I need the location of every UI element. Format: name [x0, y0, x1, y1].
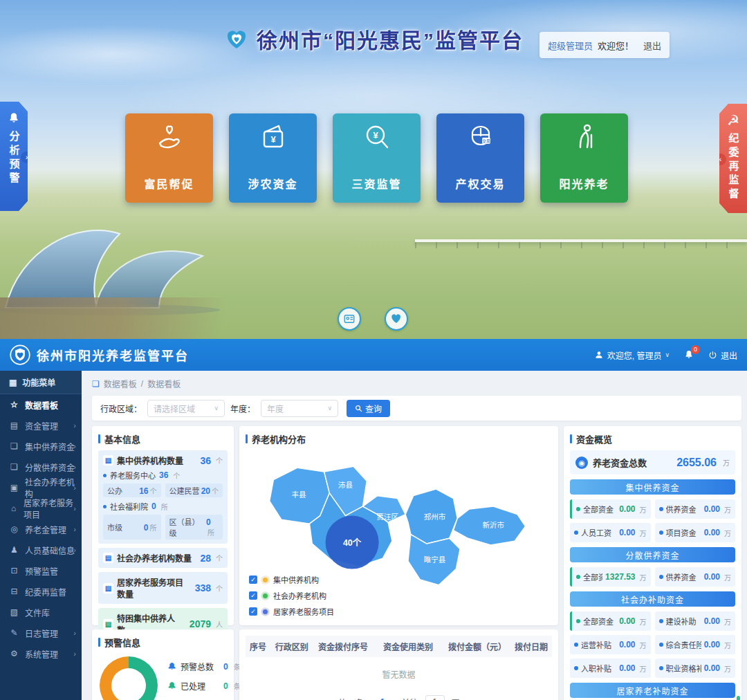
- sidebar-item-pension-management[interactable]: ◎ 养老金管理 ›: [0, 519, 82, 540]
- district-label: 新沂市: [482, 521, 504, 529]
- stat-unit: 个: [216, 455, 223, 466]
- sidebar-item-data-board[interactable]: ☆ 数据看板: [0, 394, 82, 415]
- stat-value: 0: [223, 662, 228, 672]
- sidebar-item-system-management[interactable]: ⚙ 系统管理 ›: [0, 643, 82, 664]
- column-header: 资金使用类别: [379, 636, 444, 657]
- stat-label: 预警总数: [181, 661, 219, 672]
- sidebar-item-file-library[interactable]: ▧ 文件库: [0, 602, 82, 623]
- discipline-supervision-tab[interactable]: ☭ 纪委再监督 ‹: [719, 104, 747, 213]
- marker-dot: [261, 592, 269, 600]
- tile-label: 三资监管: [351, 175, 401, 192]
- stat-label: 集中供养机构数量: [117, 454, 183, 466]
- stat-value: 2655.06: [676, 457, 717, 469]
- fund-cell: 综合责任险0.00万: [655, 635, 736, 654]
- district-label: 邳州市: [424, 513, 446, 521]
- sidebar-item-home-care-projects[interactable]: ⌂ 居家养老服务项目 ›: [0, 498, 82, 519]
- stat-label: 居家养老服务项目数量: [117, 576, 188, 600]
- dashboard-logo: [10, 344, 30, 365]
- total-funds-row: ◉ 养老资金总数 2655.06 万: [570, 450, 735, 475]
- scrollbar-thumb[interactable]: [737, 696, 740, 700]
- tile-yangguang-yanglao[interactable]: 阳光养老: [540, 113, 628, 203]
- sidebar-item-label: 数据看板: [25, 399, 58, 411]
- folder-icon: ❏: [9, 462, 19, 472]
- checkbox-checked-icon[interactable]: ✓: [249, 575, 257, 584]
- sidebar-item-decentralized-fund[interactable]: ❏ 分散供养资金 ›: [0, 457, 82, 477]
- bell-icon: 🔔︎: [167, 661, 176, 672]
- hero-logout-button[interactable]: 退出: [643, 39, 661, 52]
- stat-chip: 公建民营 20个: [165, 483, 223, 497]
- sidebar-item-discipline-supervision[interactable]: ⊟ 纪委再监督: [0, 581, 82, 602]
- sidebar-item-centralized-fund[interactable]: ❏ 集中供养资金 ›: [0, 436, 82, 457]
- tile-fumin-bangcu[interactable]: 富民帮促: [125, 113, 213, 203]
- hero-welcome-text: 欢迎您！: [598, 39, 634, 52]
- search-button[interactable]: 查询: [347, 400, 390, 417]
- stat-unit: 个: [216, 583, 223, 593]
- home-icon: ⌂: [9, 504, 18, 513]
- doc-badge-icon: ▤: [103, 553, 113, 563]
- fund-cell: 职业资格补贴0.00万: [655, 658, 736, 678]
- expand-left-icon[interactable]: ‹: [714, 154, 726, 165]
- fund-cell: 全部资金0.00万: [570, 499, 651, 519]
- sidebar-item-label: 日志管理: [25, 627, 58, 639]
- legend-home-care-projects[interactable]: ✓ 居家养老服务项目: [249, 606, 334, 617]
- logout-label: 退出: [721, 349, 737, 361]
- breadcrumb-root[interactable]: 数据看板: [104, 378, 137, 389]
- sidebar-item-fund-management[interactable]: ▤ 资金管理 ›: [0, 415, 82, 436]
- user-icon: [594, 350, 604, 360]
- wallet-icon: ▤: [9, 421, 19, 430]
- warning-processed-row: 🔔︎ 已处理 0 条: [167, 680, 241, 692]
- pagination: 共 0 条 ‹ 1 › 前往 页: [246, 695, 552, 700]
- warning-donut-chart: [100, 656, 158, 700]
- year-select[interactable]: 年度 ∨: [261, 400, 338, 417]
- hand-heart-icon: [151, 120, 187, 156]
- sidebar-item-personnel-info[interactable]: ♟ 人员基础信息 ›: [0, 540, 82, 560]
- goto-page-input[interactable]: [425, 695, 445, 700]
- sidebar-item-label: 预警监管: [25, 565, 58, 577]
- legend-centralized-institutions[interactable]: ✓ 集中供养机构: [249, 574, 334, 585]
- hero-user-box: 超级管理员 欢迎您！ 退出: [540, 32, 670, 58]
- notifications-button[interactable]: 0: [683, 349, 694, 360]
- breadcrumb-separator: /: [141, 379, 143, 389]
- sidebar-item-social-institutions[interactable]: ▣ 社会办养老机构 ›: [0, 477, 82, 498]
- expand-right-icon[interactable]: ›: [21, 151, 33, 163]
- sidebar-item-log-management[interactable]: ✎ 日志管理 ›: [0, 623, 82, 643]
- tile-label: 涉农资金: [248, 175, 297, 192]
- checkbox-checked-icon[interactable]: ✓: [249, 607, 257, 616]
- column-header: 拨付日期: [510, 636, 552, 657]
- column-header: 行政区别: [271, 636, 314, 657]
- user-menu[interactable]: 欢迎您, 管理员 ∨: [594, 349, 670, 361]
- magnifier-yuan-icon: ¥: [359, 120, 395, 156]
- map-legend: ✓ 集中供养机构 ✓ 社会办养老机构 ✓ 居家养老服务项目: [249, 574, 334, 617]
- prev-page-icon[interactable]: ‹: [371, 697, 374, 700]
- fund-cell: 入职补贴0.00万: [570, 658, 651, 678]
- logout-button[interactable]: 退出: [708, 349, 737, 361]
- total-count: 共 0 条: [338, 697, 363, 700]
- analysis-warning-tab[interactable]: 分析预警 ›: [0, 102, 28, 211]
- tile-label: 富民帮促: [144, 175, 194, 192]
- stat-value: 36: [159, 470, 168, 480]
- folder-icon: ❏: [9, 441, 19, 451]
- id-card-float-button[interactable]: [338, 307, 361, 331]
- checkbox-checked-icon[interactable]: ✓: [249, 591, 257, 600]
- legend-social-institutions[interactable]: ✓ 社会办养老机构: [249, 590, 334, 601]
- centralized-institutions-panel: ▤ 集中供养机构数量 36 个 养老服务中心 36 个 公办: [98, 450, 228, 544]
- sidebar-item-label: 人员基础信息: [25, 544, 75, 556]
- column-header: 资金拨付序号: [314, 636, 379, 657]
- tile-sanzi-jianguan[interactable]: ¥ 三资监管: [333, 113, 421, 203]
- legend-label: 社会办养老机构: [273, 590, 326, 601]
- warning-info-card: 预警信息 已处理 未处理 🔔︎ 预警总数 0: [92, 629, 234, 700]
- sidebar-item-warning-supervision[interactable]: ⊡ 预警监管: [0, 560, 82, 581]
- tile-shenong-zijin[interactable]: ¥ 涉农资金: [229, 113, 317, 203]
- stat-value: 0: [151, 501, 156, 511]
- region-select[interactable]: 请选择区域 ∨: [147, 400, 225, 417]
- section-bar-home-care-subsidy: 居家养老补助资金: [570, 683, 735, 698]
- fund-cell: 供养资金0.00万: [655, 499, 736, 519]
- chip-value: 16: [139, 486, 148, 496]
- stat-unit: 所: [161, 501, 168, 512]
- briefcase-icon: ▧: [9, 607, 19, 617]
- tile-chanquan-jiaoyi[interactable]: 交易 产权交易: [436, 113, 524, 203]
- basic-info-title: 基本信息: [98, 432, 228, 445]
- care-heart-float-button[interactable]: [385, 307, 408, 331]
- next-page-icon[interactable]: ›: [392, 697, 395, 700]
- current-page[interactable]: 1: [380, 697, 385, 700]
